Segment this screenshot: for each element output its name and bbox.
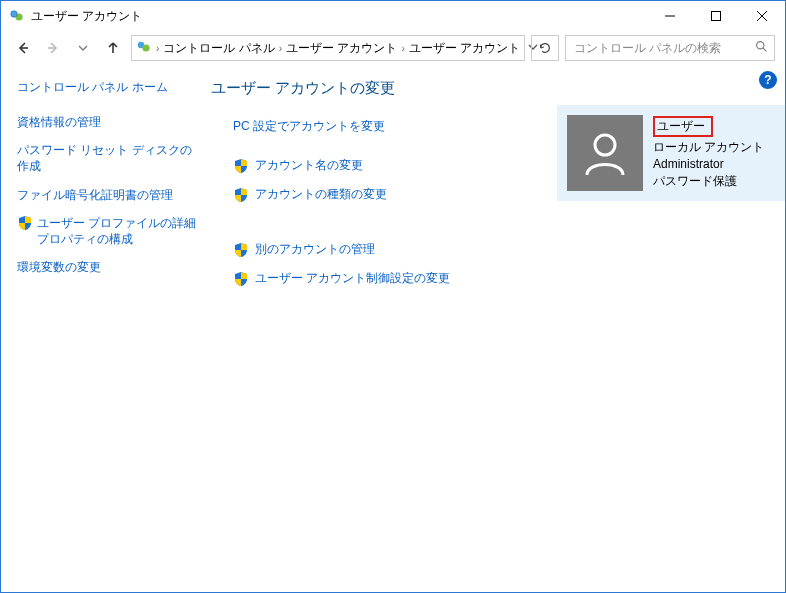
left-nav: コントロール パネル ホーム 資格情報の管理 パスワード リセット ディスクの作… [1,65,205,592]
nav-link-password-reset-disk[interactable]: パスワード リセット ディスクの作成 [17,142,197,174]
up-button[interactable] [101,36,125,60]
window: ユーザー アカウント [0,0,786,593]
svg-point-1 [15,13,22,20]
search-icon [755,40,768,56]
svg-point-6 [757,42,764,49]
chevron-right-icon: › [156,43,159,54]
shield-icon [233,187,249,203]
nav-link-advanced-profile[interactable]: ユーザー プロファイルの詳細プロパティの構成 [17,215,197,247]
task-label: アカウントの種類の変更 [255,186,387,203]
svg-point-7 [595,135,615,155]
nav-link-label: 資格情報の管理 [17,114,101,130]
breadcrumb-item[interactable]: ユーザー アカウント [286,40,397,57]
window-title: ユーザー アカウント [31,8,142,25]
task-change-uac-settings[interactable]: ユーザー アカウント制御設定の変更 [233,270,771,287]
recent-locations-button[interactable] [71,36,95,60]
user-name-highlight: ユーザー [653,116,713,137]
nav-link-file-encryption-cert[interactable]: ファイル暗号化証明書の管理 [17,187,197,203]
shield-icon [233,242,249,258]
nav-link-label: パスワード リセット ディスクの作成 [17,142,197,174]
control-panel-home-label: コントロール パネル ホーム [17,80,168,94]
nav-link-label: ユーザー プロファイルの詳細プロパティの構成 [37,215,197,247]
svg-rect-3 [712,12,721,21]
avatar [567,115,643,191]
breadcrumb-item[interactable]: コントロール パネル [163,40,274,57]
toolbar: › コントロール パネル › ユーザー アカウント › ユーザー アカウント [1,31,785,65]
task-label: PC 設定でアカウントを変更 [233,118,385,135]
search-box[interactable] [565,35,775,61]
nav-link-label: ファイル暗号化証明書の管理 [17,187,173,203]
task-label: ユーザー アカウント制御設定の変更 [255,270,450,287]
search-input[interactable] [572,40,736,56]
chevron-right-icon: › [401,43,404,54]
close-button[interactable] [739,1,785,31]
content-area: ? コントロール パネル ホーム 資格情報の管理 パスワード リセット ディスク… [1,65,785,592]
chevron-right-icon: › [279,43,282,54]
current-user-card: ユーザー ローカル アカウント Administrator パスワード保護 [557,105,785,201]
user-role: Administrator [653,157,724,171]
address-bar[interactable]: › コントロール パネル › ユーザー アカウント › ユーザー アカウント [131,35,525,61]
address-icon [136,39,152,58]
breadcrumb-item[interactable]: ユーザー アカウント [409,40,520,57]
minimize-button[interactable] [647,1,693,31]
user-account-type: ローカル アカウント [653,140,764,154]
shield-icon [233,158,249,174]
shield-icon [233,271,249,287]
main-panel: ユーザー アカウントの変更 PC 設定でアカウントを変更 アカウント名の変更 ア… [205,65,785,592]
page-heading: ユーザー アカウントの変更 [211,79,771,98]
nav-link-label: 環境変数の変更 [17,259,101,275]
maximize-button[interactable] [693,1,739,31]
shield-icon [17,215,33,231]
nav-link-env-vars[interactable]: 環境変数の変更 [17,259,197,275]
user-info: ユーザー ローカル アカウント Administrator パスワード保護 [653,116,764,189]
app-icon [9,8,25,24]
nav-link-credentials[interactable]: 資格情報の管理 [17,114,197,130]
forward-button[interactable] [41,36,65,60]
task-label: アカウント名の変更 [255,157,363,174]
task-manage-other-account[interactable]: 別のアカウントの管理 [233,241,771,258]
titlebar: ユーザー アカウント [1,1,785,31]
svg-point-5 [142,44,149,51]
task-label: 別のアカウントの管理 [255,241,375,258]
refresh-button[interactable] [531,35,559,61]
user-password-status: パスワード保護 [653,174,737,188]
back-button[interactable] [11,36,35,60]
control-panel-home-link[interactable]: コントロール パネル ホーム [17,79,197,96]
